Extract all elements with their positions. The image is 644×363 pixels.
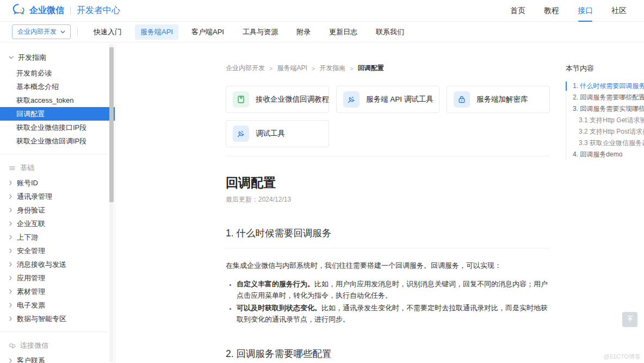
toc-item[interactable]: 3. 回调服务需要实现哪些功能 (566, 103, 644, 115)
section-1-bullets: 自定义丰富的服务行为。比如，用户向应用发消息时，识别消息关键词，回复不同的消息内… (237, 278, 552, 325)
site-title: 开发者中心 (77, 5, 120, 16)
chevron-right-icon (9, 248, 12, 253)
top-nav: 首页 教程 接口 社区 (509, 0, 628, 22)
sidebar-item[interactable]: 企业互联 (0, 217, 115, 230)
sidebar-item-label: 企业互联 (17, 219, 45, 229)
toc-item[interactable]: 2. 回调服务需要哪些配置 (566, 92, 644, 103)
page-title: 回调配置 (226, 174, 550, 191)
sidebar-item[interactable]: 基本概念介绍 (0, 80, 115, 93)
breadcrumb: 企业内部开发 > 服务端API > 开发指南 > 回调配置 (226, 64, 550, 73)
last-updated-date: 2024/12/13 (258, 196, 291, 203)
arrow-up-to-line-icon (626, 315, 634, 325)
book-icon (233, 91, 249, 108)
last-updated: 最后更新：2024/12/13 (226, 195, 550, 204)
section-2-heading: 2. 回调服务需要哪些配置 (226, 347, 550, 363)
sidebar-item-label: 应用管理 (17, 273, 45, 283)
sidebar-item[interactable]: 上下游 (0, 230, 115, 244)
doc-tab[interactable]: 附录 (291, 24, 316, 40)
chevron-right-icon (9, 276, 12, 280)
quick-link-card[interactable]: 接收企业微信回调教程 (226, 86, 329, 113)
top-nav-item[interactable]: 首页 (509, 0, 527, 22)
chevron-right-icon (9, 303, 12, 308)
toc-panel: 本节内容 1. 什么时候需要回调服务 2. 回调服务需要哪些配置 3. 回调服务… (566, 64, 644, 160)
brand[interactable]: 企业微信 开发者中心 (12, 3, 120, 18)
debug-tool-icon (233, 126, 249, 142)
sidebar-item[interactable]: 通讯录管理 (0, 190, 115, 203)
toc-item[interactable]: 4. 回调服务demo (566, 149, 644, 160)
toc-item[interactable]: 3.2 支持Http Post请求接... (566, 126, 644, 137)
sidebar-item[interactable]: 账号ID (0, 176, 115, 190)
sidebar-section-base: 基础 (0, 160, 115, 176)
card-label: 服务端加解密库 (476, 95, 528, 104)
top-nav-item[interactable]: 社区 (610, 0, 628, 22)
breadcrumb-item[interactable]: 服务端API (277, 64, 307, 73)
quick-link-card[interactable]: 服务端加解密库 (447, 86, 550, 113)
sidebar-item-label: 通讯录管理 (17, 192, 52, 202)
sidebar-item-label: 账号ID (17, 178, 38, 188)
chevron-right-icon (9, 289, 12, 294)
breadcrumb-item[interactable]: 回调配置 (358, 64, 384, 73)
doc-tab[interactable]: 联系我们 (370, 24, 410, 40)
sidebar-item[interactable]: 电子发票 (0, 298, 115, 312)
chevron-right-icon (9, 208, 12, 212)
sidebar-group-items: 开发前必读 基本概念介绍 获取access_token 回调配置 获取企业微信接… (0, 66, 115, 148)
sidebar-scrollbar-thumb[interactable] (109, 47, 114, 202)
sidebar-item[interactable]: 获取企业微信回调IP段 (0, 134, 115, 148)
breadcrumb-separator: > (269, 65, 273, 72)
quick-link-card[interactable]: 服务端 API 调试工具 (336, 86, 439, 113)
bullet-bold: 可以及时获取到状态变化。 (237, 304, 321, 312)
section-1-heading: 1. 什么时候需要回调服务 (226, 227, 550, 248)
chevron-right-icon (9, 235, 12, 240)
toc-item[interactable]: 3.1 支持Http Get请求验... (566, 115, 644, 126)
top-nav-item[interactable]: 接口 (577, 0, 594, 22)
layers-icon (9, 165, 16, 172)
sidebar-item[interactable]: 客户联系 (0, 354, 115, 363)
sidebar-section-connect-items: 客户联系 微信客服 (0, 354, 115, 363)
sidebar-section-label: 基础 (20, 163, 34, 173)
bullet-item: 可以及时获取到状态变化。比如，通讯录发生变化时，不需要定时去拉取通讯录对比，而是… (237, 302, 552, 325)
sidebar-group-dev-guide[interactable]: 开发指南 (0, 49, 115, 66)
toc-header: 本节内容 (566, 64, 644, 73)
toc-item[interactable]: 3.3 获取企业微信服务器... (566, 137, 644, 149)
top-header: 企业微信 开发者中心 首页 教程 接口 社区 (0, 0, 644, 22)
doc-tabs: 快速入门 服务端API 客户端API 工具与资源 附录 更新日志 联系我们 (84, 24, 413, 40)
sidebar-item[interactable]: 身份验证 (0, 203, 115, 217)
doc-tab[interactable]: 服务端API (135, 24, 178, 40)
sidebar-item[interactable]: 回调配置 (0, 107, 115, 121)
breadcrumb-item[interactable]: 开发指南 (319, 64, 345, 73)
chevron-right-icon (9, 262, 12, 267)
chevron-down-icon (9, 56, 14, 59)
doc-tab[interactable]: 快速入门 (88, 24, 127, 40)
dev-mode-dropdown[interactable]: 企业内部开发 (12, 24, 71, 39)
breadcrumb-separator: > (312, 65, 315, 72)
doc-tab[interactable]: 更新日志 (324, 24, 363, 40)
doc-tab[interactable]: 工具与资源 (237, 24, 283, 40)
lock-icon (454, 91, 470, 108)
doc-tab[interactable]: 客户端API (186, 24, 230, 40)
sidebar-item-label: 客户联系 (17, 356, 45, 363)
content-divider (226, 156, 550, 157)
toc-item[interactable]: 1. 什么时候需要回调服务 (566, 80, 644, 92)
sidebar-item[interactable]: 获取access_token (0, 93, 115, 107)
top-nav-item[interactable]: 教程 (543, 0, 560, 22)
sidebar-item[interactable]: 消息接收与发送 (0, 258, 115, 271)
chevron-right-icon (9, 316, 12, 321)
sidebar-item-label: 安全管理 (17, 246, 45, 256)
sidebar-item-label: 素材管理 (17, 287, 45, 297)
sidebar-item[interactable]: 数据与智能专区 (0, 312, 115, 326)
sidebar-item[interactable]: 获取企业微信接口IP段 (0, 121, 115, 134)
watermark: @51CTO博客 (604, 353, 641, 361)
sidebar-item[interactable]: 应用管理 (0, 271, 115, 285)
card-label: 服务端 API 调试工具 (366, 95, 434, 104)
sub-nav: 企业内部开发 快速入门 服务端API 客户端API 工具与资源 附录 更新日志 … (0, 22, 644, 42)
sidebar-item[interactable]: 安全管理 (0, 244, 115, 258)
sidebar-item-label: 身份验证 (17, 205, 45, 215)
sidebar-item[interactable]: 开发前必读 (0, 66, 115, 80)
quick-link-card[interactable]: 调试工具 (226, 120, 329, 147)
card-label: 接收企业微信回调教程 (256, 95, 329, 104)
breadcrumb-item[interactable]: 企业内部开发 (226, 64, 265, 73)
bullet-bold: 自定义丰富的服务行为。 (237, 280, 314, 288)
sidebar-item[interactable]: 素材管理 (0, 285, 115, 298)
back-to-top-button[interactable] (622, 312, 637, 327)
last-updated-label: 最后更新： (226, 196, 258, 203)
